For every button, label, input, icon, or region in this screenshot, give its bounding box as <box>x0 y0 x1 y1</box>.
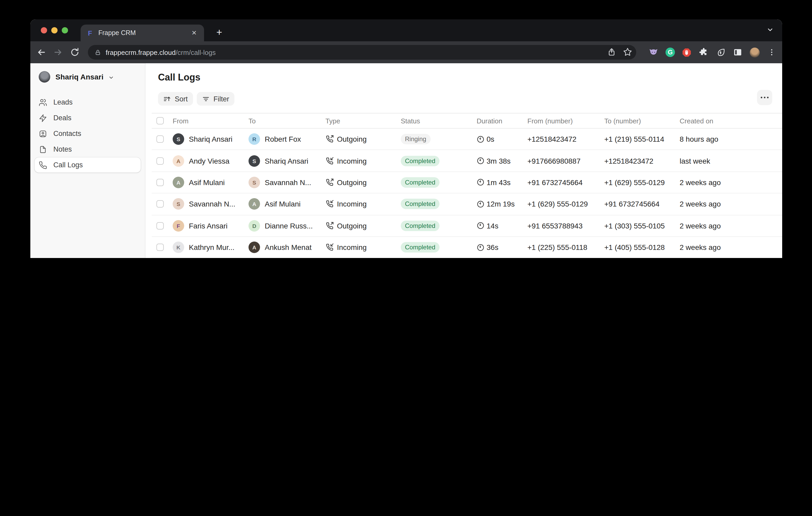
grammarly-icon[interactable]: G <box>665 47 675 58</box>
frappe-favicon-icon: F <box>86 29 94 37</box>
row-checkbox[interactable] <box>156 222 164 230</box>
to-name: Savannah N... <box>265 178 311 187</box>
forward-button[interactable] <box>53 48 63 57</box>
row-checkbox[interactable] <box>156 244 164 251</box>
main-panel: Call Logs Sort Filter From To Type <box>145 63 782 258</box>
status-cell: Completed <box>401 199 476 209</box>
from-number: +917666980887 <box>527 157 604 165</box>
url-path: /crm/call-logs <box>176 48 215 56</box>
close-tab-icon[interactable]: ✕ <box>190 28 199 38</box>
share-icon[interactable] <box>607 48 616 57</box>
to-cell: S Shariq Ansari <box>249 155 325 166</box>
sidebar-item-call-logs[interactable]: Call Logs <box>34 157 141 173</box>
browser-toolbar: frappecrm.frappe.cloud/crm/call-logs G <box>30 41 782 63</box>
back-button[interactable] <box>37 48 46 57</box>
avatar: A <box>249 242 260 253</box>
from-name: Savannah N... <box>189 200 235 208</box>
call-type-label: Incoming <box>337 243 367 251</box>
avatar: S <box>249 155 260 166</box>
row-checkbox[interactable] <box>156 135 164 143</box>
column-header-type[interactable]: Type <box>325 117 401 125</box>
filter-button[interactable]: Filter <box>197 92 234 105</box>
row-checkbox[interactable] <box>156 201 164 208</box>
sidebar-item-label: Leads <box>53 98 73 106</box>
table-row[interactable]: A Asif Mulani S Savannah N... Outgoing C… <box>152 172 782 194</box>
type-cell: Incoming <box>325 157 401 165</box>
column-header-to[interactable]: To <box>249 117 325 125</box>
status-badge: Completed <box>401 177 439 188</box>
sidebar-item-label: Deals <box>53 114 71 122</box>
column-header-from-number[interactable]: From (number) <box>527 117 604 125</box>
call-type-label: Incoming <box>337 157 367 165</box>
type-cell: Outgoing <box>325 178 401 187</box>
call-type-icon <box>325 157 334 165</box>
from-name: Shariq Ansari <box>189 135 233 143</box>
tab-frappe-crm[interactable]: F Frappe CRM ✕ <box>81 25 204 41</box>
minimize-window-button[interactable] <box>51 27 58 33</box>
created-on: 2 weeks ago <box>679 243 782 251</box>
status-cell: Completed <box>401 242 476 252</box>
avatar: S <box>173 199 184 210</box>
status-badge: Completed <box>401 221 439 231</box>
reload-button[interactable] <box>70 48 80 57</box>
tab-strip: F Frappe CRM ✕ + <box>30 19 782 41</box>
call-type-label: Incoming <box>337 200 367 208</box>
table-row[interactable]: S Shariq Ansari R Robert Fox Outgoing Ri… <box>152 129 782 150</box>
column-header-duration[interactable]: Duration <box>476 117 527 125</box>
puzzle-icon[interactable] <box>698 47 709 58</box>
zoom-window-button[interactable] <box>62 27 68 33</box>
sidebar-item-contacts[interactable]: Contacts <box>34 126 141 141</box>
table-row[interactable]: F Faris Ansari D Dianne Russ... Outgoing… <box>152 215 782 237</box>
column-header-created-on[interactable]: Created on <box>679 117 782 125</box>
clock-icon <box>476 157 485 165</box>
created-on: 2 weeks ago <box>679 178 782 187</box>
type-cell: Incoming <box>325 243 401 251</box>
sort-icon <box>163 95 171 103</box>
duration-value: 3m 38s <box>487 157 511 165</box>
close-window-button[interactable] <box>41 27 47 33</box>
duration-value: 36s <box>487 243 498 251</box>
clock-icon <box>476 135 485 143</box>
tab-search-chevron-icon[interactable] <box>766 26 774 33</box>
sidebar-item-notes[interactable]: Notes <box>34 142 141 157</box>
table-row[interactable]: K Kathryn Mur... A Ankush Menat Incoming… <box>152 237 782 258</box>
user-menu[interactable]: Shariq Ansari <box>39 70 138 83</box>
to-cell: R Robert Fox <box>249 133 325 145</box>
bookmark-star-icon[interactable] <box>623 48 632 57</box>
duration-cell: 1m 43s <box>476 178 527 187</box>
panel-icon[interactable] <box>732 47 743 58</box>
table-body: S Shariq Ansari R Robert Fox Outgoing Ri… <box>152 129 782 258</box>
to-name: Shariq Ansari <box>265 157 309 165</box>
lock-icon <box>95 49 101 56</box>
more-options-button[interactable] <box>757 90 772 105</box>
to-number: +12518423472 <box>604 157 679 165</box>
browser-menu-icon[interactable] <box>766 47 777 58</box>
sidebar-item-deals[interactable]: Deals <box>34 110 141 125</box>
table-row[interactable]: A Andy Viessa S Shariq Ansari Incoming C… <box>152 150 782 172</box>
from-number: +91 6732745664 <box>527 178 604 187</box>
status-badge: Completed <box>401 242 439 252</box>
column-header-to-number[interactable]: To (number) <box>604 117 679 125</box>
github-icon[interactable] <box>648 47 659 58</box>
select-all-checkbox[interactable] <box>156 117 164 124</box>
adblock-icon[interactable] <box>681 47 692 58</box>
desktop: F Frappe CRM ✕ + fr <box>0 0 812 258</box>
profile-avatar[interactable] <box>749 47 760 58</box>
call-type-icon <box>325 135 334 143</box>
table-row[interactable]: S Savannah N... A Asif Mulani Incoming C… <box>152 193 782 215</box>
notes-icon <box>39 145 47 153</box>
call-type-icon <box>325 200 334 208</box>
leaf-icon[interactable] <box>716 47 726 58</box>
new-tab-button[interactable]: + <box>212 26 226 40</box>
created-on: 8 hours ago <box>679 135 782 143</box>
duration-value: 1m 43s <box>487 178 511 187</box>
column-header-from[interactable]: From <box>173 117 249 125</box>
sort-button[interactable]: Sort <box>158 92 193 105</box>
to-cell: A Ankush Menat <box>249 242 325 253</box>
row-checkbox[interactable] <box>156 157 164 164</box>
sidebar-item-leads[interactable]: Leads <box>34 95 141 110</box>
from-name: Faris Ansari <box>189 222 228 230</box>
column-header-status[interactable]: Status <box>401 117 476 125</box>
url-bar[interactable]: frappecrm.frappe.cloud/crm/call-logs <box>88 45 636 60</box>
row-checkbox[interactable] <box>156 179 164 186</box>
